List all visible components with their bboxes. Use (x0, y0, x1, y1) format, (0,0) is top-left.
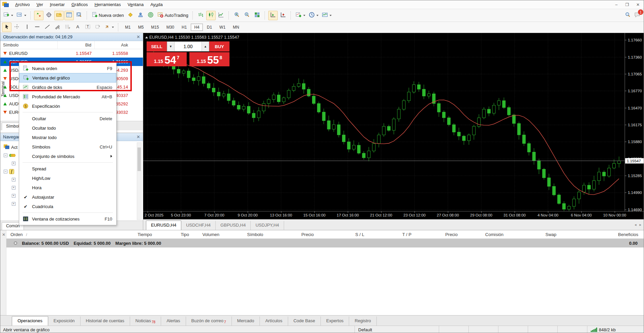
tab-buz-n-de-correo[interactable]: Buzón de correo7 (186, 317, 232, 326)
expand-icon[interactable]: + (12, 186, 16, 190)
menu-item-hora[interactable]: Hora (19, 183, 116, 192)
terminal-button[interactable] (64, 11, 74, 20)
candles-button[interactable] (206, 11, 216, 20)
period-w1-button[interactable]: W1 (216, 24, 229, 31)
menu-ayuda[interactable]: Ayuda (147, 1, 166, 8)
period-h1-button[interactable]: H1 (178, 24, 190, 31)
new-chart-button[interactable] (2, 11, 14, 20)
fibonacci-tool-button[interactable]: F (63, 23, 72, 32)
terminal-column-volumen[interactable]: Volumen (195, 232, 225, 237)
cursor-tool-button[interactable] (2, 23, 11, 32)
menu-herramientas[interactable]: Herramientas (91, 1, 124, 8)
chart-tab-scroll-arrows[interactable]: ◂ ▸ (635, 223, 642, 227)
terminal-column-sl[interactable]: S / L (320, 232, 370, 237)
trend-line-tool-button[interactable] (42, 23, 52, 32)
menu-item-ventana-del-gr-fico[interactable]: Ventana del gráfico (19, 73, 116, 82)
column-header-bid[interactable]: Bid (58, 41, 95, 49)
auto-scroll-button[interactable] (268, 11, 278, 20)
menu-ventana[interactable]: Ventana (124, 1, 147, 8)
strategy-tester-button[interactable] (74, 11, 84, 20)
text-tool-button[interactable]: A (73, 23, 82, 32)
bars-button[interactable] (196, 11, 206, 20)
period-d1-button[interactable]: D1 (204, 24, 215, 31)
metaeditor-button[interactable] (126, 11, 135, 20)
menu-item-cuadr-cula[interactable]: ✔Cuadrícula (19, 202, 116, 211)
navigator-button[interactable] (54, 11, 64, 20)
community-button[interactable] (136, 11, 145, 20)
menu-item-ocultar[interactable]: OcultarDelete (19, 114, 116, 123)
market-watch-row[interactable]: EURUSD1.155471.15558 (0, 49, 143, 58)
volume-decrease-button[interactable]: ▼ (167, 42, 175, 51)
menu-insertar[interactable]: Insertar (47, 1, 68, 8)
vertical-line-tool-button[interactable] (22, 23, 32, 32)
menu-item-especificaci-n[interactable]: $Especificación (19, 101, 116, 111)
close-icon[interactable]: ✕ (136, 134, 140, 139)
label-tool-button[interactable]: T (83, 23, 92, 32)
menu-item-ventana-de-cotizaciones[interactable]: Ventana de cotizacionesF10 (19, 214, 116, 224)
menu-item-s-mbolos[interactable]: SímbolosCtrl+U (19, 142, 116, 152)
sell-button[interactable]: SELL (147, 41, 167, 52)
menu-item-spread[interactable]: Spread (19, 164, 116, 173)
column-header-ask[interactable]: Ask (95, 41, 131, 49)
tab-registro[interactable]: Registro (349, 317, 376, 326)
menu-item-high-low[interactable]: High/Low (19, 173, 116, 183)
period-m1-button[interactable]: M1 (122, 24, 134, 31)
search-button[interactable] (625, 12, 631, 19)
menu-ver[interactable]: Ver (33, 1, 47, 8)
new-order-button[interactable]: Nueva orden (90, 11, 125, 20)
autotrading-button[interactable]: AutoTrading (156, 11, 189, 20)
zoom-in-button[interactable] (232, 11, 242, 20)
period-h4-button[interactable]: H4 (191, 24, 203, 31)
period-m30-button[interactable]: M30 (163, 24, 178, 31)
period-mn-button[interactable]: MN (229, 24, 243, 31)
terminal-column-smbolo[interactable]: Símbolo (225, 232, 269, 237)
chart-area[interactable]: 1.176601.173601.170651.167701.164701.161… (143, 33, 644, 230)
menu-item-gr-fico-de-ticks[interactable]: Gráfico de ticksEspacio (19, 82, 116, 92)
tab-art-culos[interactable]: Artículos (260, 317, 288, 326)
terminal-column-swap[interactable]: Swap (510, 232, 562, 237)
terminal-column-precio[interactable]: Precio (418, 232, 464, 237)
tab-exposici-n[interactable]: Exposición (48, 317, 81, 326)
time-axis[interactable]: 2 Oct 20255 Oct 23:007 Oct 20:009 Oct 20… (143, 211, 644, 219)
menu-item-mostrar-todo[interactable]: Mostrar todo (19, 133, 116, 142)
expand-icon[interactable]: + (12, 194, 16, 198)
tab-mercado[interactable]: Mercado (232, 317, 260, 326)
tile-windows-button[interactable] (252, 11, 262, 20)
navigator-scrollbar[interactable] (137, 142, 142, 220)
menu-item-nueva-orden[interactable]: Nueva ordenF9 (19, 64, 116, 73)
terminal-column-tipo[interactable]: Tipo (158, 232, 195, 237)
market-watch-button[interactable] (34, 11, 43, 20)
chart-tab-gbpusdh4[interactable]: GBPUSD,H4 (216, 221, 251, 230)
close-icon[interactable]: ✕ (136, 34, 140, 39)
horizontal-line-tool-button[interactable] (32, 23, 42, 32)
buy-price[interactable]: 1.15558 (189, 52, 229, 66)
tab-alertas[interactable]: Alertas (161, 317, 186, 326)
volume-increase-button[interactable]: ▲ (202, 42, 209, 51)
terminal-column-beneficios[interactable]: Beneficios (562, 232, 644, 237)
terminal-column-precio[interactable]: Precio (269, 232, 320, 237)
channel-tool-button[interactable]: E (53, 23, 62, 32)
column-header-smbolo[interactable]: Símbolo (0, 41, 58, 49)
close-icon[interactable]: ✕ (2, 232, 5, 237)
terminal-column-orden[interactable]: Orden/ (6, 232, 108, 237)
chart-tab-usdjpyh4[interactable]: USDJPY,H4 (251, 221, 284, 230)
community-chat-button[interactable]: 1 (634, 12, 640, 19)
menu-archivo[interactable]: Archivo (12, 1, 33, 8)
indicators-button[interactable] (294, 11, 307, 20)
chart-tab-eurusdh4[interactable]: EURUSD,H4 (146, 221, 181, 230)
menu-item-autoajustar[interactable]: ✔Autoajustar (19, 192, 116, 202)
tab-expertos[interactable]: Expertos (321, 317, 349, 326)
restore-button[interactable]: ❐ (622, 1, 632, 8)
tab-operaciones[interactable]: Operaciones (12, 316, 48, 326)
crosshair-tool-button[interactable] (12, 23, 22, 32)
profile-cell[interactable]: Default (355, 326, 439, 333)
volume-input[interactable] (175, 42, 202, 51)
terminal-column-tp[interactable]: T / P (370, 232, 418, 237)
period-m15-button[interactable]: M15 (148, 24, 162, 31)
chart-shift-button[interactable] (278, 11, 288, 20)
menu-item-conjunto-de-s-mbolos[interactable]: Conjunto de símbolos (19, 152, 116, 161)
collapse-icon[interactable]: − (4, 170, 7, 173)
minimize-button[interactable]: – (611, 1, 621, 8)
templates-button[interactable] (320, 11, 333, 20)
buy-button[interactable]: BUY (209, 41, 229, 52)
